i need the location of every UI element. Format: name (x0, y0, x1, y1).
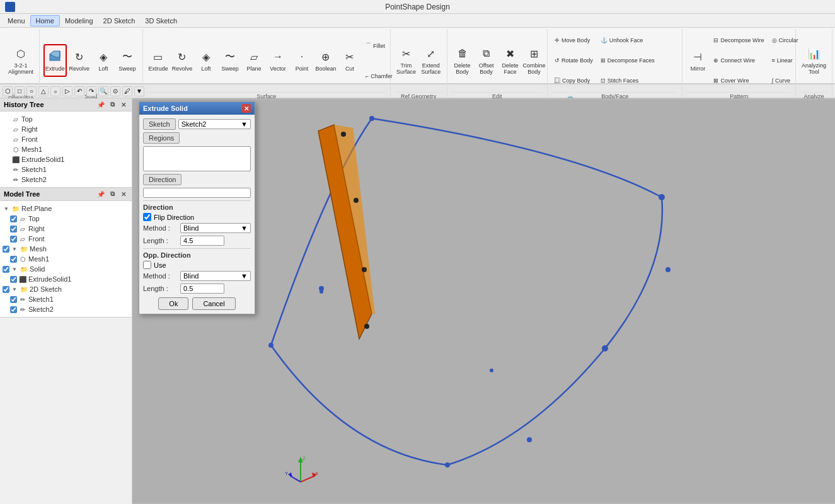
model-item-solid-group[interactable]: ▼ 📁 Solid (0, 264, 132, 274)
ribbon-btn-revolve-s[interactable]: ↻ Revolve (171, 44, 193, 77)
history-tree-float[interactable]: ⧉ (108, 100, 117, 109)
ribbon-btn-sweep-solid[interactable]: 〜 Sweep (116, 44, 139, 77)
dialog-close-btn[interactable]: ✕ (242, 104, 251, 113)
model-item-sketch2[interactable]: ✏ Sketch2 (0, 304, 132, 314)
ribbon-btn-mirror[interactable]: ⊣ Mirror (686, 44, 709, 77)
ribbon-btn-decompose-wire[interactable]: ⊟ Decompose Wire (710, 36, 767, 45)
ribbon-btn-rotate-body[interactable]: ↺ Rotate Body (551, 56, 596, 65)
model-check-top[interactable] (10, 215, 17, 222)
ribbon-btn-connect-wire[interactable]: ⊕ Connect Wire (710, 56, 767, 65)
flip-direction-checkbox[interactable] (143, 213, 151, 221)
history-item-extrudesolid1[interactable]: ⬛ ExtrudeSolid1 (0, 154, 132, 164)
ribbon-btn-stitch-faces[interactable]: ⊡ Stitch Faces (597, 76, 658, 85)
ribbon-btn-cut[interactable]: ✂ Cut (338, 44, 361, 77)
ribbon-btn-revolve-solid[interactable]: ↻ Revolve (68, 44, 91, 77)
qa-btn-9[interactable]: 🔍 (98, 86, 108, 96)
ribbon-btn-321alignment[interactable]: ⬡ 3-2-1 Alignment (6, 44, 35, 77)
qa-btn-10[interactable]: ⊙ (110, 86, 120, 96)
qa-btn-1[interactable]: ⬡ (3, 86, 13, 96)
model-tree-pin[interactable]: 📌 (96, 190, 105, 198)
history-tree-header[interactable]: History Tree 📌 ⧉ ✕ (0, 98, 132, 112)
opp-method-dropdown[interactable]: Blind ▼ (180, 271, 251, 281)
method-dropdown[interactable]: Blind ▼ (180, 223, 251, 233)
menu-item-menu[interactable]: Menu (3, 16, 30, 26)
model-check-sketch2[interactable] (10, 306, 17, 313)
ribbon-btn-delete-face[interactable]: ✖ Delete Face (499, 44, 522, 77)
model-tree-float[interactable]: ⧉ (108, 190, 117, 198)
ribbon-btn-trim-surface[interactable]: ✂ Trim Surface (394, 44, 418, 77)
sketch-button[interactable]: Sketch (143, 118, 176, 130)
model-item-mesh-group[interactable]: ▼ 📁 Mesh (0, 244, 132, 254)
model-check-extrudesolid1[interactable] (10, 276, 17, 283)
regions-button[interactable]: Regions (143, 132, 180, 144)
ribbon-btn-plane[interactable]: ▱ Plane (243, 44, 265, 77)
qa-btn-7[interactable]: ↶ (74, 86, 84, 96)
model-tree-close[interactable]: ✕ (119, 190, 128, 198)
model-check-right[interactable] (10, 226, 17, 232)
cancel-button[interactable]: Cancel (192, 297, 235, 310)
ribbon-btn-move-body[interactable]: ✛ Move Body (551, 36, 596, 45)
history-item-mesh1[interactable]: ⬡ Mesh1 (0, 144, 132, 154)
sketch-dropdown[interactable]: Sketch2 ▼ (178, 119, 251, 129)
model-item-right[interactable]: ▱ Right (0, 224, 132, 234)
history-item-sketch2[interactable]: ✏ Sketch2 (0, 175, 132, 185)
menu-item-home[interactable]: Home (30, 15, 60, 26)
model-item-top[interactable]: ▱ Top (0, 214, 132, 224)
model-item-2dsketch-group[interactable]: ▼ 📁 2D Sketch (0, 284, 132, 294)
menu-item-2dsketch[interactable]: 2D Sketch (98, 16, 141, 26)
ribbon-btn-extrude[interactable]: Extrude (43, 44, 67, 77)
direction-button[interactable]: Direction (143, 174, 181, 185)
menu-item-3dsketch[interactable]: 3D Sketch (140, 16, 182, 26)
ribbon-btn-offset-body[interactable]: ⧉ Offset Body (475, 44, 498, 77)
regions-text-box[interactable] (143, 146, 251, 171)
model-check-mesh1[interactable] (10, 256, 17, 263)
viewport[interactable]: Z X Y Extrude Solid ✕ Sketch (132, 98, 835, 504)
model-check-sketch1[interactable] (10, 296, 17, 303)
model-item-front[interactable]: ▱ Front (0, 234, 132, 244)
qa-btn-11[interactable]: 🖊 (122, 86, 132, 96)
ribbon-btn-vector[interactable]: → Vector (267, 44, 289, 77)
history-tree-pin[interactable]: 📌 (96, 100, 105, 109)
qa-btn-3[interactable]: ○ (26, 86, 37, 96)
opp-length-input[interactable] (180, 284, 224, 294)
ribbon-btn-combine-body[interactable]: ⊞ Combine Body (523, 44, 546, 77)
ribbon-btn-extend-surface[interactable]: ⤢ Extend Surface (419, 44, 442, 77)
model-tree-header[interactable]: Model Tree 📌 ⧉ ✕ (0, 188, 132, 201)
qa-btn-12[interactable]: ▼ (134, 86, 144, 96)
model-check-mesh-group[interactable] (3, 246, 9, 253)
ribbon-btn-unhook-face[interactable]: ⚓ Unhook Face (597, 36, 658, 45)
history-item-top[interactable]: ▱ Top (0, 114, 132, 124)
ribbon-btn-extrude-s[interactable]: ▭ Extrude (147, 44, 170, 77)
qa-btn-2[interactable]: □ (14, 86, 25, 96)
model-item-extrudesolid1[interactable]: ⬛ ExtrudeSolid1 (0, 274, 132, 284)
menu-item-modeling[interactable]: Modeling (60, 16, 98, 26)
ribbon-btn-copy-body[interactable]: ⿴ Copy Body (551, 76, 596, 85)
length-input[interactable] (180, 236, 224, 246)
qa-btn-5[interactable]: ⬦ (50, 86, 60, 96)
ribbon-btn-loft-s[interactable]: ◈ Loft (195, 44, 217, 77)
ribbon-btn-point[interactable]: · Point (291, 44, 313, 77)
model-item-sketch1[interactable]: ✏ Sketch1 (0, 294, 132, 304)
ribbon-btn-sweep-s[interactable]: 〜 Sweep (219, 44, 241, 77)
ok-button[interactable]: Ok (158, 297, 188, 310)
model-item-refplane[interactable]: ▼ 📁 Ref.Plane (0, 203, 132, 214)
ribbon-btn-analyzing-tool[interactable]: 📊 Analyzing Tool (800, 44, 828, 77)
ribbon-btn-cover-wire[interactable]: ⊠ Cover Wire (710, 76, 767, 85)
direction-input[interactable] (143, 188, 251, 198)
model-check-solid-group[interactable] (3, 266, 9, 273)
history-item-right[interactable]: ▱ Right (0, 124, 132, 134)
model-item-mesh1[interactable]: ⬡ Mesh1 (0, 254, 132, 264)
qa-btn-8[interactable]: ↷ (86, 86, 96, 96)
model-check-front[interactable] (10, 236, 17, 243)
history-item-front[interactable]: ▱ Front (0, 134, 132, 144)
qa-btn-6[interactable]: ▷ (62, 86, 72, 96)
qa-btn-4[interactable]: △ (38, 86, 49, 96)
history-item-sketch1[interactable]: ✏ Sketch1 (0, 164, 132, 175)
history-tree-close[interactable]: ✕ (119, 100, 128, 109)
ribbon-btn-delete-body[interactable]: 🗑 Delete Body (451, 44, 474, 77)
use-checkbox[interactable] (143, 261, 151, 269)
model-check-2dsketch-group[interactable] (3, 286, 9, 293)
dialog-title[interactable]: Extrude Solid ✕ (139, 102, 255, 115)
ribbon-btn-boolean[interactable]: ⊕ Boolean (314, 44, 337, 77)
ribbon-btn-loft-solid[interactable]: ◈ Loft (92, 44, 115, 77)
